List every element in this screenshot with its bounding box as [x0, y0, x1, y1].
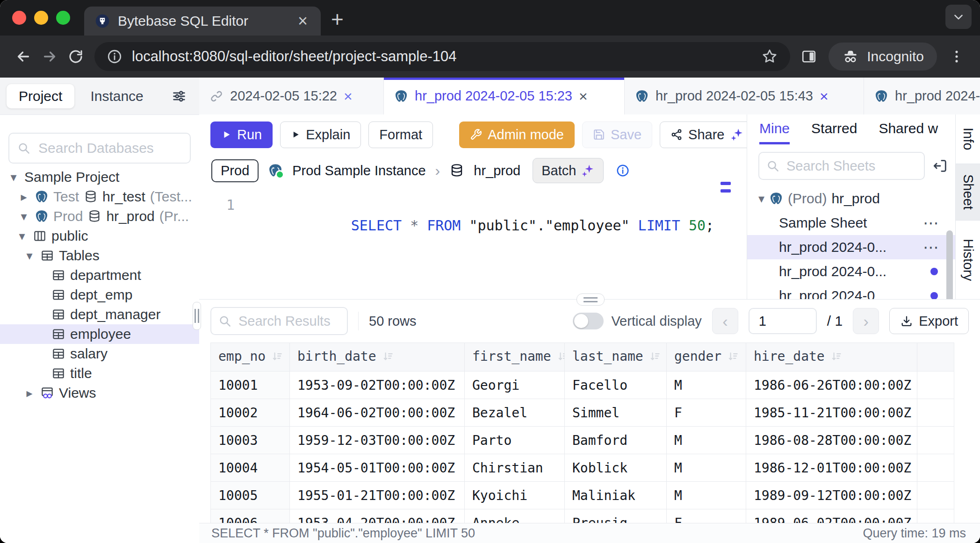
tree-item-table-salary[interactable]: salary: [0, 344, 199, 364]
save-button[interactable]: Save: [582, 121, 652, 148]
more-menu-icon[interactable]: ⋯: [923, 238, 940, 257]
tab-project[interactable]: Project: [7, 84, 74, 108]
sort-icon[interactable]: [271, 350, 283, 363]
caret-down-icon[interactable]: ▾: [16, 229, 28, 243]
worksheet-tab-4[interactable]: hr_prod 2024-0: [864, 78, 980, 114]
tree-item-table-dept-emp[interactable]: dept_emp: [0, 285, 199, 305]
site-info-icon[interactable]: [107, 49, 122, 64]
caret-right-icon[interactable]: ▸: [23, 386, 36, 400]
window-zoom-button[interactable]: [56, 11, 70, 25]
side-panel-button[interactable]: [796, 43, 822, 70]
sql-editor[interactable]: 1 SELECT*FROM"public"."employee"LIMIT50;: [199, 186, 747, 257]
database-search-input[interactable]: [37, 140, 182, 157]
bookmark-star-icon[interactable]: [761, 48, 778, 65]
tree-item-table-employee[interactable]: employee: [0, 324, 199, 344]
tab-search-button[interactable]: [945, 5, 972, 29]
sort-icon[interactable]: [382, 350, 394, 363]
run-button[interactable]: Run: [210, 121, 273, 148]
side-tab-history[interactable]: History: [956, 221, 980, 300]
tab-starred[interactable]: Starred: [811, 121, 857, 144]
sort-icon[interactable]: [557, 350, 565, 363]
close-tab-icon[interactable]: ×: [820, 89, 829, 104]
url-text[interactable]: localhost:8080/sql-editor/sheet/project-…: [132, 48, 752, 65]
column-header-emp-no[interactable]: emp_no: [211, 343, 290, 372]
sheet-item-selected[interactable]: hr_prod 2024-0... ⋯: [747, 235, 956, 259]
more-menu-icon[interactable]: ⋯: [923, 214, 940, 232]
worksheet-tab-2[interactable]: hr_prod 2024-02-05 15:23 ×: [384, 78, 625, 114]
collapse-panel-icon[interactable]: [932, 158, 948, 174]
address-bar[interactable]: localhost:8080/sql-editor/sheet/project-…: [94, 42, 790, 71]
caret-down-icon[interactable]: ▾: [7, 170, 20, 185]
sidebar-filter-button[interactable]: [171, 88, 193, 104]
browser-tab-close-icon[interactable]: ×: [296, 13, 310, 29]
tree-item-views-group[interactable]: ▸ Views: [0, 383, 199, 403]
tree-item-table-department[interactable]: department: [0, 265, 199, 285]
worksheet-tab-1[interactable]: 2024-02-05 15:22 ×: [199, 78, 384, 114]
tree-item-project[interactable]: ▾ Sample Project: [0, 167, 199, 187]
sheet-list-scrollbar[interactable]: [946, 230, 953, 299]
batch-mode-button[interactable]: Batch: [533, 158, 604, 183]
results-search-input[interactable]: [238, 313, 340, 329]
sheet-search[interactable]: [758, 152, 925, 180]
sheet-item-sample[interactable]: Sample Sheet ⋯: [747, 211, 956, 235]
browser-tab[interactable]: Bytebase SQL Editor ×: [84, 7, 321, 36]
side-tab-info[interactable]: Info: [956, 114, 980, 164]
new-browser-tab-button[interactable]: +: [331, 7, 344, 32]
column-header-birth-date[interactable]: birth_date: [290, 343, 465, 372]
caret-right-icon[interactable]: ▸: [18, 190, 30, 204]
tree-item-table-dept-manager[interactable]: dept_manager: [0, 305, 199, 324]
caret-down-icon[interactable]: ▾: [18, 209, 30, 224]
editor-scroll-marks[interactable]: [721, 182, 731, 197]
panel-resize-handle[interactable]: [576, 293, 605, 306]
column-header-hire-date[interactable]: hire_date: [746, 343, 917, 372]
results-search[interactable]: [210, 307, 348, 335]
code-line-1[interactable]: 1 SELECT*FROM"public"."employee"LIMIT50;: [199, 195, 747, 257]
close-tab-icon[interactable]: ×: [344, 89, 353, 104]
sheet-group-hr-prod[interactable]: ▾ (Prod) hr_prod: [747, 186, 956, 211]
tab-mine[interactable]: Mine: [759, 121, 790, 144]
explain-button[interactable]: Explain: [280, 121, 361, 148]
reload-button[interactable]: [63, 43, 89, 70]
vertical-display-toggle[interactable]: [573, 313, 604, 329]
instance-name[interactable]: Prod Sample Instance: [292, 163, 425, 179]
sheet-search-input[interactable]: [785, 158, 917, 174]
window-close-button[interactable]: [12, 11, 26, 25]
sheet-item-3[interactable]: hr_prod 2024-0...: [747, 259, 956, 284]
connection-info-icon[interactable]: [616, 164, 630, 178]
ai-sparkle-icon[interactable]: [730, 128, 744, 142]
column-header-last-name[interactable]: last_name: [565, 343, 667, 372]
tree-item-database-hr-prod[interactable]: ▾ Prod hr_prod (Pr...: [0, 207, 199, 226]
tree-item-table-title[interactable]: title: [0, 364, 199, 383]
column-header-gender[interactable]: gender: [667, 343, 746, 372]
side-tab-sheet[interactable]: Sheet: [956, 164, 980, 221]
worksheet-tab-3[interactable]: hr_prod 2024-02-05 15:43 ×: [625, 78, 864, 114]
tab-instance[interactable]: Instance: [78, 84, 155, 108]
format-button[interactable]: Format: [368, 121, 433, 148]
sort-icon[interactable]: [649, 350, 661, 363]
browser-menu-button[interactable]: [944, 43, 970, 70]
admin-mode-button[interactable]: Admin mode: [459, 121, 575, 148]
sidebar-resize-handle[interactable]: [193, 302, 201, 330]
tree-item-schema-public[interactable]: ▾ public: [0, 226, 199, 246]
tree-item-tables-group[interactable]: ▾ Tables: [0, 246, 199, 265]
database-name[interactable]: hr_prod: [474, 163, 520, 179]
close-tab-icon[interactable]: ×: [579, 89, 588, 104]
export-button[interactable]: Export: [889, 308, 969, 334]
caret-down-icon[interactable]: ▾: [23, 249, 36, 263]
tree-item-database-hr-test[interactable]: ▸ Test hr_test (Test...: [0, 187, 199, 207]
sheet-item-4[interactable]: hr_prod 2024-0: [747, 284, 956, 299]
sort-icon[interactable]: [830, 350, 843, 363]
sort-icon[interactable]: [727, 350, 739, 363]
caret-down-icon[interactable]: ▾: [758, 192, 764, 206]
window-minimize-button[interactable]: [34, 11, 48, 25]
share-button[interactable]: Share: [660, 121, 747, 148]
forward-button[interactable]: [36, 43, 63, 70]
next-page-button[interactable]: ›: [853, 308, 879, 334]
column-header-first-name[interactable]: first_name: [465, 343, 565, 372]
page-number-input[interactable]: [749, 308, 817, 334]
back-button[interactable]: [10, 43, 36, 70]
prev-page-button[interactable]: ‹: [712, 308, 738, 334]
tab-shared[interactable]: Shared w: [879, 121, 938, 144]
environment-chip[interactable]: Prod: [211, 159, 259, 182]
database-search[interactable]: [8, 133, 191, 164]
